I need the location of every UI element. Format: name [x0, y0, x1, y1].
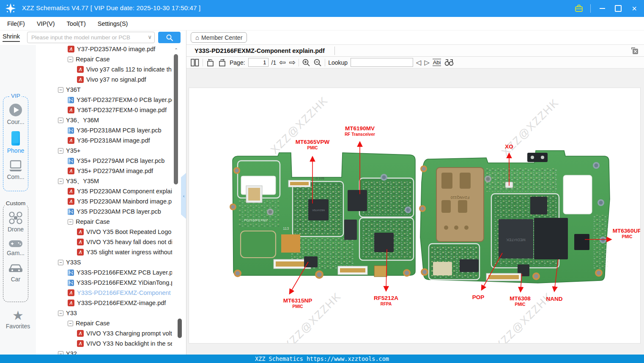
- status-text: XZZ Schematics https://www.xzztools.com: [255, 355, 389, 362]
- panel-collapse-handle[interactable]: ‹: [181, 173, 186, 219]
- rotate-left-icon[interactable]: [206, 58, 215, 67]
- tab-bar: Y33S-PD2166FEXMZ-Component explain.pdf: [186, 45, 644, 57]
- collapse-toggle-icon[interactable]: −: [58, 148, 63, 154]
- model-search-input[interactable]: [27, 32, 155, 43]
- menu-tool[interactable]: Tool(T): [67, 20, 86, 27]
- tree-item[interactable]: −Y36、Y36M: [36, 115, 172, 125]
- tree-item[interactable]: ΛY35 PD2230AM Mainbord image.p: [36, 196, 172, 206]
- tree-item[interactable]: Y33S-PD2166FEXMZ PCB Layer.pcb: [36, 267, 172, 278]
- tab-separator: [334, 47, 335, 55]
- tree-item[interactable]: −Repair Case: [36, 318, 172, 328]
- tree-item[interactable]: ΛY35+ PD2279AM image.pdf: [36, 166, 172, 176]
- annotation-mt6190mv: MT6190MVRF Transceiver: [345, 125, 375, 137]
- chevron-down-icon[interactable]: ∨: [148, 34, 152, 40]
- find-next-icon[interactable]: ▷: [424, 59, 429, 66]
- tree-item[interactable]: ΛVIVO Y33 No backlight in the se: [36, 338, 172, 349]
- match-case-toggle[interactable]: Abi: [433, 59, 441, 66]
- tree-item[interactable]: ΛY35 PD2230AM Component explai: [36, 186, 172, 196]
- sidebar-item-drone[interactable]: Drone: [8, 211, 24, 233]
- tree-item[interactable]: −Repair Case: [36, 217, 172, 227]
- pdf-page[interactable]: XZZ@XZZHK XZZ@XZZHK XZZ@XZZHK XZZ@XZZHK: [189, 88, 641, 344]
- lookup-input[interactable]: [351, 58, 413, 67]
- tree-item[interactable]: ΛY36T-PD2327FEXM-0 image.pdf: [36, 105, 172, 115]
- tree-item[interactable]: ΛY35 slight water ingress without: [36, 247, 172, 257]
- tree-scrollbar-thumb[interactable]: [174, 54, 178, 184]
- file-tree: ΛY37-PD2357AM-0 image.pdf −Repair Case Λ…: [36, 45, 172, 355]
- category-sidebar: VIP Cour... Phone: [0, 45, 36, 355]
- tree-item[interactable]: ΛY33S-PD2166FEXMZ-image.pdf: [36, 298, 172, 308]
- toolbar-separator: [203, 59, 203, 66]
- collapse-toggle-icon[interactable]: −: [58, 260, 63, 265]
- pdf-file-icon: Λ: [77, 239, 84, 245]
- annotation-pop: POP: [472, 294, 485, 301]
- tree-item[interactable]: ΛVIVO Y35 Boot Repeated Logo R: [36, 227, 172, 237]
- rotate-right-icon[interactable]: [218, 58, 227, 67]
- tree-item[interactable]: −Y36T: [36, 85, 172, 95]
- page-number-input[interactable]: [248, 58, 269, 67]
- tree-item[interactable]: Y35+ PD2279AM PCB layer.pcb: [36, 156, 172, 166]
- pcb-file-icon: [68, 270, 74, 276]
- collapse-toggle-icon[interactable]: −: [58, 118, 63, 123]
- tree-item[interactable]: −Repair Case: [36, 54, 172, 64]
- toolbox-icon[interactable]: [574, 4, 584, 13]
- tree-item[interactable]: −Y32: [36, 349, 172, 355]
- annotation-nand: NAND: [546, 296, 563, 302]
- search-button[interactable]: [158, 32, 181, 43]
- sidebar-item-game[interactable]: Gam...: [7, 239, 25, 256]
- zoom-in-icon[interactable]: [302, 58, 310, 67]
- sidebar-item-phone[interactable]: Phone: [7, 131, 24, 154]
- tree-item[interactable]: ΛVIVO Y35 heavy fall does not dis: [36, 237, 172, 247]
- sidebar-item-course[interactable]: Cour...: [7, 103, 24, 125]
- member-center-button[interactable]: ⌂ Member Center: [191, 32, 247, 43]
- zoom-out-icon[interactable]: [313, 58, 322, 67]
- menu-file[interactable]: File(F): [7, 20, 25, 27]
- pdf-file-icon: Λ: [77, 249, 84, 256]
- tree-item[interactable]: −Y33: [36, 308, 172, 318]
- tree-item[interactable]: ΛY37-PD2357AM-0 image.pdf: [36, 45, 172, 54]
- page-forward-icon[interactable]: ⇨: [289, 58, 296, 66]
- tree-item[interactable]: −Y35+: [36, 146, 172, 156]
- collapse-toggle-icon[interactable]: −: [68, 321, 73, 326]
- sidebar-item-computer[interactable]: Com...: [7, 160, 24, 180]
- binoculars-icon[interactable]: [444, 58, 454, 66]
- tree-item[interactable]: Y33S-PD2166FEXMZ YiDianTong.p: [36, 278, 172, 288]
- secondary-scrollbar-thumb[interactable]: [178, 319, 182, 338]
- page-back-icon[interactable]: ⇦: [279, 58, 286, 66]
- collapse-toggle-icon[interactable]: −: [68, 219, 73, 225]
- tree-item[interactable]: Y35 PD2230AM PCB layer.pcb: [36, 206, 172, 217]
- tree-item[interactable]: ΛY36-PD2318AM image.pdf: [36, 135, 172, 146]
- minimize-button[interactable]: [597, 4, 607, 13]
- collapse-toggle-icon[interactable]: −: [58, 87, 63, 93]
- collapse-toggle-icon[interactable]: −: [58, 351, 63, 355]
- shrink-button[interactable]: Shrink: [3, 33, 20, 42]
- tree-item[interactable]: Y36-PD2318AM PCB layer.pcb: [36, 125, 172, 135]
- sidebar-item-car[interactable]: Car: [8, 263, 24, 283]
- tree-item-selected[interactable]: ΛY33S-PD2166FEXMZ-Component e: [36, 288, 172, 298]
- close-tab-icon[interactable]: [630, 47, 639, 55]
- scroll-up-icon[interactable]: ⌃: [173, 47, 179, 53]
- tree-item[interactable]: ΛVivo y37 no signal.pdf: [36, 74, 172, 85]
- pdf-file-icon: Λ: [68, 46, 74, 52]
- sidebar-item-favorites[interactable]: ★ Favorites: [0, 309, 36, 330]
- tree-item[interactable]: −Y33S: [36, 257, 172, 267]
- search-icon: [166, 34, 173, 41]
- tree-item[interactable]: ΛVIVO Y33 Charging prompt volt: [36, 328, 172, 338]
- find-previous-icon[interactable]: ◁: [416, 59, 421, 66]
- menu-bar: File(F) VIP(V) Tool(T) Settings(S): [0, 17, 644, 30]
- tree-item[interactable]: Y36T-PD2327FEXM-0 PCB layer.pcb: [36, 95, 172, 105]
- collapse-toggle-icon[interactable]: −: [58, 179, 63, 184]
- menu-settings[interactable]: Settings(S): [98, 20, 128, 27]
- tab-active-document[interactable]: Y33S-PD2166FEXMZ-Component explain.pdf: [195, 45, 325, 57]
- menu-vip[interactable]: VIP(V): [37, 20, 55, 27]
- tree-item[interactable]: −Y35、Y35M: [36, 176, 172, 186]
- svg-text:-0.105: -0.105: [315, 176, 324, 180]
- sim-card-reader: F2ANQ110: [436, 168, 484, 242]
- two-page-view-icon[interactable]: [190, 59, 200, 66]
- maximize-button[interactable]: [614, 4, 623, 13]
- collapse-toggle-icon[interactable]: −: [58, 311, 63, 316]
- collapse-toggle-icon[interactable]: −: [68, 57, 73, 62]
- tree-item[interactable]: ΛVivo y37 calls 112 to indicate th: [36, 64, 172, 74]
- close-button[interactable]: ×: [630, 4, 639, 13]
- pdf-file-icon: Λ: [68, 289, 74, 296]
- pdf-file-icon: Λ: [77, 228, 84, 235]
